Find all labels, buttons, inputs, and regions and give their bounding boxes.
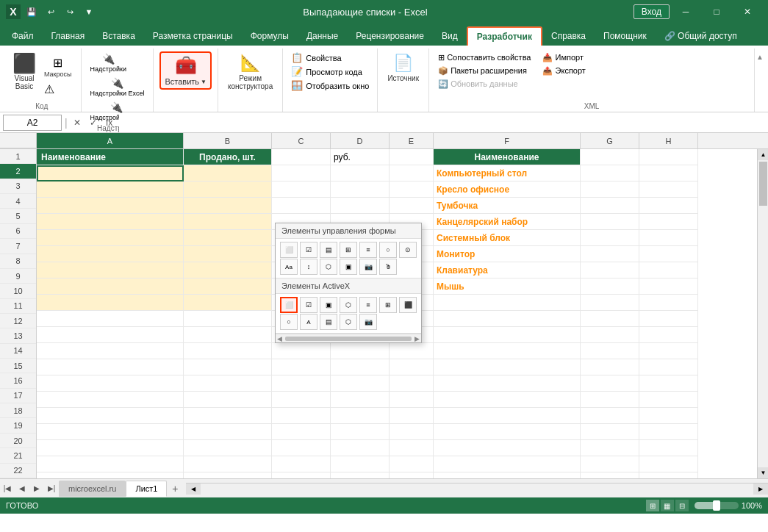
- col-header-h[interactable]: H: [639, 133, 698, 148]
- tab-review[interactable]: Рецензирование: [347, 26, 433, 46]
- cell-D18[interactable]: [331, 424, 390, 440]
- cell-G21[interactable]: [581, 472, 639, 478]
- warning-icon[interactable]: ⚠: [41, 81, 75, 98]
- cell-a8[interactable]: [37, 262, 184, 278]
- cell-b8[interactable]: [184, 262, 272, 278]
- cell-C16[interactable]: [272, 392, 331, 408]
- cell-A21[interactable]: [37, 472, 184, 478]
- form-control-checkbox[interactable]: ☑: [300, 242, 317, 258]
- row-header-1[interactable]: 1: [0, 149, 36, 164]
- cell-a5[interactable]: [37, 214, 184, 230]
- cell-f4[interactable]: Тумбочка: [434, 198, 581, 214]
- activex-control-checkbox[interactable]: ☑: [300, 297, 317, 313]
- cell-F12[interactable]: [434, 327, 581, 343]
- form-control-button[interactable]: ⬜: [280, 242, 298, 258]
- cell-f6[interactable]: Системный блок: [434, 230, 581, 246]
- cell-B20[interactable]: [184, 456, 272, 472]
- activex-control-button[interactable]: ⬜: [280, 297, 298, 313]
- row-header-16[interactable]: 16: [0, 373, 36, 388]
- form-control-radio[interactable]: ○: [379, 242, 397, 258]
- insert-function-icon[interactable]: fx: [103, 116, 116, 129]
- row-header-20[interactable]: 20: [0, 434, 36, 448]
- cell-D21[interactable]: [331, 472, 390, 478]
- cell-A20[interactable]: [37, 456, 184, 472]
- zoom-percentage[interactable]: 100%: [742, 501, 762, 510]
- cell-H13[interactable]: [639, 343, 698, 359]
- cell-B13[interactable]: [184, 343, 272, 359]
- scroll-up-button[interactable]: ▲: [758, 149, 768, 160]
- cell-D13[interactable]: [331, 343, 390, 359]
- select-all-button[interactable]: [0, 133, 37, 148]
- cell-C21[interactable]: [272, 472, 331, 478]
- login-button[interactable]: Вход: [634, 4, 670, 19]
- cell-e2[interactable]: [390, 165, 434, 181]
- cell-d1[interactable]: руб.: [331, 149, 390, 165]
- tab-assistant[interactable]: Помощник: [595, 26, 656, 46]
- visual-basic-button[interactable]: ⬛ VisualBasic: [9, 51, 40, 93]
- cell-a1[interactable]: Наименование: [37, 149, 184, 165]
- form-control-spinner[interactable]: ⊞: [340, 242, 357, 258]
- cell-f8[interactable]: Клавиатура: [434, 262, 581, 278]
- sheet-tab-list1[interactable]: Лист1: [126, 481, 167, 497]
- cell-F18[interactable]: [434, 424, 581, 440]
- activex-control-listbox[interactable]: ≡: [359, 297, 377, 313]
- form-control-scroll2[interactable]: ⬡: [320, 259, 337, 275]
- cell-h1[interactable]: [639, 149, 698, 165]
- design-mode-button[interactable]: 📐 Режимконструктора: [224, 51, 276, 93]
- activex-control-label[interactable]: A: [300, 314, 317, 330]
- cell-a7[interactable]: [37, 246, 184, 262]
- cell-f1[interactable]: Наименование: [434, 149, 581, 165]
- addins-button[interactable]: 🔌 Надстройки: [87, 51, 129, 74]
- tab-formulas[interactable]: Формулы: [242, 26, 298, 46]
- cell-h10[interactable]: [639, 295, 698, 311]
- cell-G13[interactable]: [581, 343, 639, 359]
- cancel-formula-icon[interactable]: ✕: [71, 116, 84, 129]
- cell-F15[interactable]: [434, 375, 581, 392]
- cell-F13[interactable]: [434, 343, 581, 359]
- cell-B12[interactable]: [184, 327, 272, 343]
- form-control-toggle[interactable]: ▤: [320, 242, 337, 258]
- scroll-right-button[interactable]: ▶: [753, 484, 768, 495]
- cell-G15[interactable]: [581, 375, 639, 392]
- cell-B21[interactable]: [184, 472, 272, 478]
- insert-button[interactable]: 🧰 Вставить ▼: [159, 51, 212, 90]
- cell-H21[interactable]: [639, 472, 698, 478]
- row-header-15[interactable]: 15: [0, 359, 36, 373]
- excel-addins-button[interactable]: 🔌 Надстройки Excel: [87, 76, 148, 98]
- row-header-17[interactable]: 17: [0, 389, 36, 403]
- cell-E20[interactable]: [390, 456, 434, 472]
- add-sheet-button[interactable]: +: [167, 481, 183, 497]
- cell-d3[interactable]: [331, 181, 390, 198]
- cell-A18[interactable]: [37, 424, 184, 440]
- sheet-last-button[interactable]: ▶|: [44, 481, 59, 496]
- cell-H20[interactable]: [639, 456, 698, 472]
- row-header-8[interactable]: 8: [0, 254, 36, 269]
- col-header-d[interactable]: D: [331, 133, 390, 148]
- sheet-tab-microexcel[interactable]: microexcel.ru: [59, 481, 126, 497]
- sheet-prev-button[interactable]: ◀: [15, 481, 29, 496]
- formula-input[interactable]: [119, 115, 765, 131]
- cell-H12[interactable]: [639, 327, 698, 343]
- cell-C20[interactable]: [272, 456, 331, 472]
- cell-D16[interactable]: [331, 392, 390, 408]
- undo-btn[interactable]: ↩: [43, 4, 59, 20]
- sheet-next-button[interactable]: ▶: [29, 481, 44, 496]
- activex-control-spin[interactable]: ⬛: [399, 297, 417, 313]
- row-header-5[interactable]: 5: [0, 209, 36, 223]
- row-header-19[interactable]: 19: [0, 418, 36, 433]
- cell-b5[interactable]: [184, 214, 272, 230]
- cell-G17[interactable]: [581, 408, 639, 424]
- row-header-9[interactable]: 9: [0, 269, 36, 284]
- show-window-button[interactable]: 🪟 Отобразить окно: [289, 79, 371, 92]
- row-header-3[interactable]: 3: [0, 179, 36, 194]
- redo-btn[interactable]: ↪: [62, 4, 78, 20]
- cell-E14[interactable]: [390, 359, 434, 375]
- cell-F14[interactable]: [434, 359, 581, 375]
- cell-H14[interactable]: [639, 359, 698, 375]
- cell-h6[interactable]: [639, 230, 698, 246]
- cell-h3[interactable]: [639, 181, 698, 198]
- activex-control-scroll[interactable]: ⬡: [340, 297, 357, 313]
- source-button[interactable]: 📄 Источник: [384, 51, 423, 85]
- cell-g1[interactable]: [581, 149, 639, 165]
- activex-control-combo[interactable]: ⊞: [379, 297, 397, 313]
